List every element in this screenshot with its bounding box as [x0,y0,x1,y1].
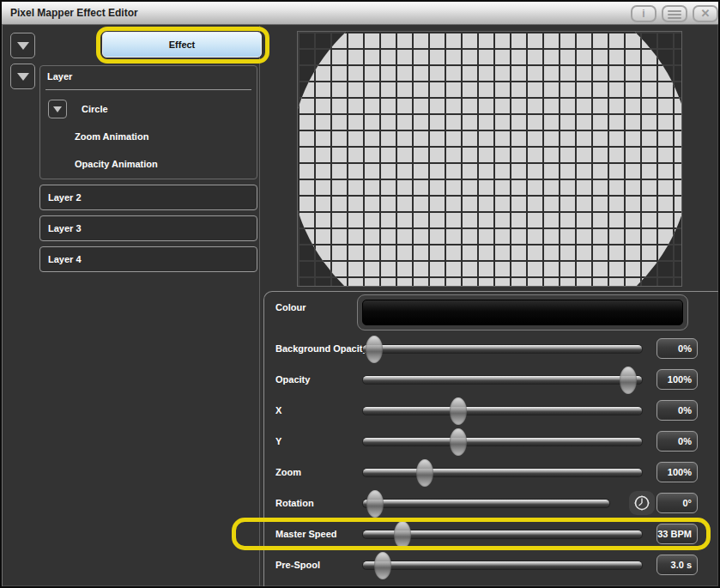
slider-thumb[interactable] [394,521,411,549]
layer-item-zoom-animation[interactable]: Zoom Animation [75,131,148,142]
layer-1-group[interactable]: Layer Circle Zoom Animation Opacity Anim… [39,65,257,179]
zoom-value[interactable]: 100% [656,462,698,482]
parameter-panel: Colour Background Opacity 0% Opacity 100… [263,291,720,588]
effect-button[interactable]: Effect [102,32,262,58]
master-speed-value[interactable]: 33 BPM [656,524,698,544]
background-opacity-slider[interactable] [363,345,642,353]
window-title: Pixel Mapper Effect Editor [10,2,138,24]
close-button[interactable]: ✕ [693,5,718,22]
layer-4-button[interactable]: Layer 4 [39,246,257,272]
pixel-grid-preview [297,31,682,287]
pre-spool-label: Pre-Spool [275,549,363,580]
colour-swatch-value [362,300,683,325]
opacity-slider[interactable] [363,376,642,384]
info-button[interactable]: i [631,5,656,22]
colour-row: Colour [264,294,720,331]
rotation-speed-button[interactable] [629,491,655,515]
divider [45,89,251,90]
background-opacity-row: Background Opacity 0% [264,333,720,364]
y-slider[interactable] [363,438,642,446]
pre-spool-value[interactable]: 3.0 s [656,555,698,575]
y-value[interactable]: 0% [656,431,698,452]
x-slider[interactable] [363,407,642,415]
chevron-down-icon [17,73,29,81]
background-opacity-value[interactable]: 0% [656,338,698,359]
slider-thumb[interactable] [416,459,433,487]
rotation-row: Rotation 0° [264,488,720,518]
pre-spool-slider[interactable] [363,561,642,569]
layer-item-circle[interactable]: Circle [82,104,108,114]
slider-thumb[interactable] [366,490,384,518]
slider-thumb[interactable] [374,552,391,579]
opacity-row: Opacity 100% [264,364,720,395]
master-speed-row: Master Speed 33 BPM [264,518,720,549]
zoom-slider[interactable] [363,469,642,476]
chevron-down-icon [53,106,62,112]
zoom-label: Zoom [275,457,363,488]
x-row: X 0% [264,395,720,426]
colour-label: Colour [275,297,363,318]
layer-3-button[interactable]: Layer 3 [39,215,257,241]
rotation-value[interactable]: 0° [656,493,698,513]
chevron-down-icon [17,42,29,50]
circle-effect-shape [297,31,682,287]
opacity-value[interactable]: 100% [656,369,698,390]
x-value[interactable]: 0% [656,400,698,421]
master-speed-slider[interactable] [363,530,642,538]
slider-thumb[interactable] [450,428,467,456]
collapse-effect-button[interactable] [10,33,35,58]
rotation-slider[interactable] [363,500,609,507]
collapse-circle-button[interactable] [48,100,67,118]
hamburger-menu-icon [668,10,681,21]
master-speed-label: Master Speed [275,518,363,549]
info-icon: i [642,8,644,20]
zoom-row: Zoom 100% [264,457,720,488]
x-label: X [275,395,363,426]
opacity-label: Opacity [275,364,363,395]
layer-2-button[interactable]: Layer 2 [39,185,257,210]
y-row: Y 0% [264,426,720,457]
menu-button[interactable] [662,5,687,22]
pre-spool-row: Pre-Spool 3.0 s [264,549,720,580]
layer-sidebar: Effect Layer Circle Zoom Animation Opaci… [2,26,260,586]
clock-icon [633,494,650,512]
background-opacity-label: Background Opacity [275,333,363,364]
y-label: Y [275,426,363,457]
layer-group-title: Layer [47,71,72,82]
title-bar: Pixel Mapper Effect Editor i ✕ [2,2,718,25]
close-icon: ✕ [701,7,711,20]
slider-thumb[interactable] [620,367,637,394]
rotation-label: Rotation [275,488,363,518]
slider-thumb[interactable] [366,336,383,363]
layer-item-opacity-animation[interactable]: Opacity Animation [75,159,158,169]
colour-swatch[interactable] [357,294,688,330]
collapse-layer-button[interactable] [10,64,35,89]
grid-lines-foreground [297,31,682,287]
slider-thumb[interactable] [450,397,467,425]
pixel-mapper-window: Pixel Mapper Effect Editor i ✕ Effect La… [0,0,720,588]
